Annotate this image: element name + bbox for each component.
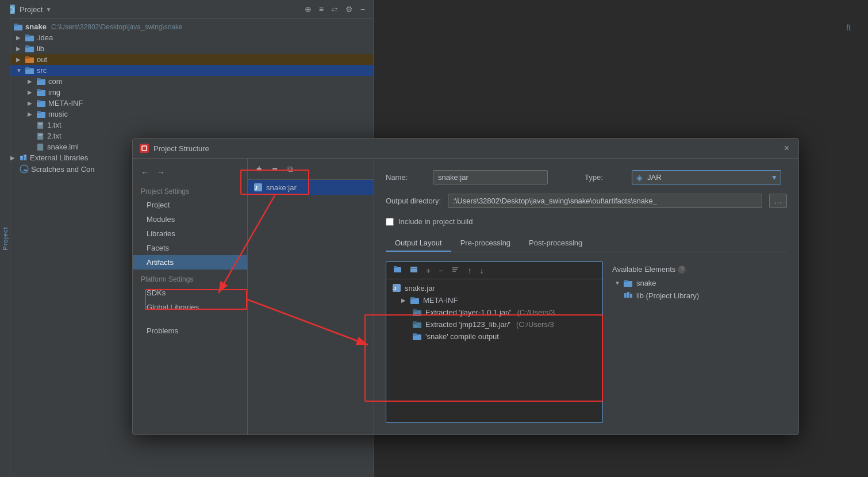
out-folder-icon (25, 56, 34, 64)
include-build-checkbox[interactable] (386, 218, 394, 226)
scratches-icon: ☁ (20, 164, 29, 174)
img-arrow: ▶ (28, 89, 34, 95)
output-item-metainf-label: META-INF (423, 296, 458, 305)
svg-text:☁: ☁ (22, 167, 28, 172)
type-select[interactable]: JAR (632, 170, 781, 184)
output-archive-btn[interactable] (407, 264, 421, 276)
svg-rect-3 (14, 24, 18, 26)
artifact-item-snakejar[interactable]: J snake:jar (248, 180, 374, 195)
tab-pre-processing[interactable]: Pre-processing (451, 235, 520, 252)
output-item-jmp123[interactable]: ↓ Extracted 'jmp123_lib.jar/' (C:/Users/… (386, 318, 602, 330)
output-item-jlayer-suffix: (C:/Users/3 (517, 308, 555, 317)
artifact-remove-button[interactable]: − (268, 162, 281, 176)
tree-item-1txt[interactable]: 1.txt (0, 120, 373, 130)
output-folder-btn[interactable] (391, 264, 405, 276)
com-label: com (48, 77, 63, 86)
tree-item-com[interactable]: ▶ com (0, 76, 373, 87)
nav-libraries[interactable]: Libraries (133, 226, 247, 241)
output-item-jlayer[interactable]: ↓ Extracted 'jlayer-1.0.1.jar/' (C:/User… (386, 306, 602, 318)
browse-button[interactable]: … (769, 194, 787, 208)
svg-rect-17 (37, 100, 41, 102)
platform-settings-section: Platform Settings (133, 270, 247, 286)
nav-sdks[interactable]: SDKs (133, 286, 247, 300)
output-item-compile-label: 'snake' compile output (425, 332, 499, 341)
tab-post-processing[interactable]: Post-processing (520, 235, 592, 252)
svg-rect-11 (25, 67, 29, 70)
src-arrow: ▼ (16, 67, 23, 74)
root-folder-icon (14, 23, 23, 31)
available-help-icon[interactable]: ? (678, 266, 686, 274)
dialog-title-icon (140, 144, 149, 153)
nav-facets[interactable]: Facets (133, 241, 247, 255)
svg-rect-36 (394, 267, 401, 272)
avail-item-snake[interactable]: ▼ snake (612, 277, 787, 289)
settings-button[interactable]: ⚙ (343, 3, 355, 15)
artifact-add-button[interactable]: + (252, 162, 266, 176)
tree-item-idea[interactable]: ▶ .idea (0, 32, 373, 43)
tree-item-src[interactable]: ▼ src (0, 65, 373, 76)
artifact-label: snake:jar (266, 183, 297, 192)
name-field-input[interactable] (433, 170, 548, 184)
panel-dropdown-arrow[interactable]: ▼ (45, 6, 51, 13)
output-down-btn[interactable]: ↓ (477, 265, 486, 276)
svg-text:J: J (255, 185, 258, 191)
dialog-close-button[interactable]: × (782, 143, 792, 153)
output-remove-btn[interactable]: − (436, 265, 446, 276)
nav-back-button[interactable]: ← (139, 167, 151, 178)
output-item-snakejar[interactable]: J snake.jar (386, 282, 602, 294)
artifact-copy-button[interactable]: ⧉ (284, 163, 297, 175)
extlibs-label: External Libraries (30, 153, 88, 162)
project-settings-section: Project Settings (133, 185, 247, 198)
idea-label: .idea (37, 33, 53, 42)
svg-rect-28 (24, 155, 26, 160)
tree-item-out[interactable]: ▶ out (0, 54, 373, 65)
nav-problems[interactable]: Problems (133, 324, 247, 338)
snakejar-icon: J (254, 183, 263, 192)
vertical-label: Project (0, 0, 10, 477)
include-build-row: Include in project build (386, 217, 787, 226)
project-panel-header: Project ▼ ⊕ ≡ ⇌ ⚙ − (0, 0, 373, 19)
nav-forward-button[interactable]: → (155, 167, 167, 178)
tree-item-root[interactable]: ▼ snake C:\Users\32802\Desktop\java_swin… (0, 21, 373, 32)
output-dir-label: Output directory: (386, 197, 441, 205)
extlibs-arrow: ▶ (10, 155, 17, 161)
output-sort-btn[interactable] (448, 264, 462, 276)
align-button[interactable]: ≡ (317, 3, 326, 15)
svg-rect-46 (410, 297, 414, 299)
com-arrow: ▶ (28, 78, 34, 84)
output-item-compile[interactable]: 'snake' compile output (386, 330, 602, 343)
nav-artifacts[interactable]: Artifacts (133, 255, 247, 270)
right-panel-content: ft (374, 0, 868, 44)
idea-arrow: ▶ (16, 34, 23, 41)
output-dir-input[interactable] (448, 194, 762, 208)
type-field-label: Type: (585, 173, 625, 182)
globe-button[interactable]: ⊕ (302, 3, 314, 15)
svg-rect-37 (394, 266, 397, 268)
minimize-button[interactable]: − (358, 3, 367, 15)
tree-item-music[interactable]: ▶ music (0, 109, 373, 120)
avail-lib-label: lib (Project Library) (636, 291, 699, 300)
img-label: img (48, 88, 60, 97)
jlayer-icon: ↓ (413, 309, 422, 317)
txt1-file-icon (37, 121, 45, 129)
idea-folder-icon (25, 34, 34, 42)
nav-modules[interactable]: Modules (133, 212, 247, 226)
output-item-metainf[interactable]: ▶ META-INF (386, 294, 602, 306)
adjust-button[interactable]: ⇌ (329, 3, 340, 15)
tree-item-metainf[interactable]: ▶ META-INF (0, 98, 373, 109)
nav-global-libraries[interactable]: Global Libraries (133, 300, 247, 314)
extlibs-icon (20, 154, 28, 162)
tab-output-layout[interactable]: Output Layout (386, 235, 451, 252)
output-add-btn[interactable]: + (423, 265, 433, 276)
include-build-label: Include in project build (398, 217, 473, 226)
output-up-btn[interactable]: ↑ (464, 265, 474, 276)
avail-item-lib[interactable]: lib (Project Library) (612, 289, 787, 302)
tree-item-lib[interactable]: ▶ lib (0, 43, 373, 54)
nav-project[interactable]: Project (133, 198, 247, 212)
out-arrow: ▶ (16, 56, 23, 63)
svg-rect-59 (630, 294, 632, 298)
dialog-titlebar: Project Structure × (133, 139, 798, 159)
output-tree-toolbar: + − ↑ ↓ (386, 262, 602, 279)
name-field-label: Name: (386, 173, 426, 182)
tree-item-img[interactable]: ▶ img (0, 87, 373, 98)
